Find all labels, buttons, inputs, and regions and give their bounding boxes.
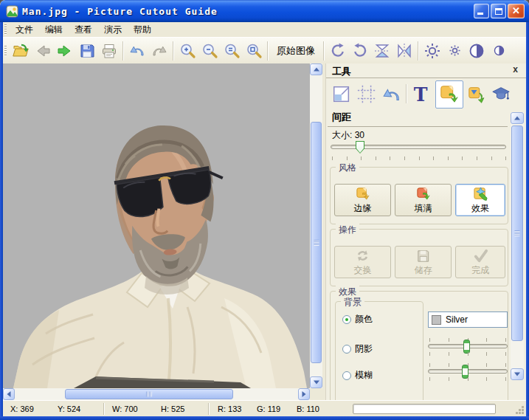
text-tool-button[interactable]: T: [409, 83, 432, 106]
swap-icon: [355, 248, 370, 264]
contrast-button[interactable]: [466, 39, 488, 63]
hscroll-thumb[interactable]: [65, 389, 233, 399]
forward-button[interactable]: [54, 39, 76, 63]
fill-button[interactable]: 填满: [395, 184, 452, 216]
edge-icon: [355, 186, 370, 202]
menu-file[interactable]: 文件: [10, 22, 39, 38]
window-border-bottom: [0, 416, 529, 420]
scroll-up-button[interactable]: [310, 63, 322, 75]
canvas-hscrollbar[interactable]: [3, 388, 310, 400]
brightness-small-icon: [449, 44, 461, 57]
radio-shadow[interactable]: 阴影: [342, 342, 373, 355]
style-group-label: 风格: [336, 162, 359, 174]
toolbar-separator: [122, 41, 124, 61]
color-name: Silver: [446, 314, 468, 325]
background-color-select[interactable]: Silver: [428, 311, 508, 328]
store-button[interactable]: 储存: [395, 246, 452, 278]
flip-vertical-icon: [373, 42, 391, 60]
store-icon: [415, 248, 431, 264]
status-separator: [103, 403, 105, 415]
radio-color[interactable]: 颜色: [342, 313, 373, 326]
menu-view[interactable]: 查看: [69, 22, 98, 38]
window-border-left: [0, 22, 3, 416]
chevron-up-icon: [514, 117, 520, 120]
store-button-label: 储存: [415, 264, 432, 277]
scroll-left-button[interactable]: [3, 388, 15, 400]
cutout-alt-tool-button[interactable]: [466, 83, 488, 106]
effect-button[interactable]: 效果: [455, 184, 505, 216]
toolbar-separator: [323, 41, 325, 61]
size-slider-thumb[interactable]: [356, 141, 364, 154]
close-button[interactable]: ✕: [508, 4, 525, 18]
zoom-actual-button[interactable]: [221, 39, 243, 63]
cutout-tool-button-selected[interactable]: [435, 80, 463, 109]
swap-button[interactable]: 交换: [334, 246, 391, 278]
operation-group: 操作 交换 储存 完成: [330, 229, 508, 286]
toolbar-separator: [267, 41, 269, 61]
save-button[interactable]: [76, 39, 98, 63]
back-button[interactable]: [32, 39, 54, 63]
panel-header: 工具 x: [326, 63, 526, 78]
original-image-button[interactable]: 原始图像: [271, 41, 321, 61]
minimize-button[interactable]: [474, 4, 489, 18]
brightness-small-button[interactable]: [443, 39, 466, 63]
tutorial-button[interactable]: [490, 83, 512, 106]
chevron-down-icon: [314, 381, 319, 385]
zoom-actual-icon: [223, 42, 241, 60]
brightness-icon: [423, 42, 441, 60]
undo-tool-button[interactable]: [381, 83, 403, 106]
undo-button[interactable]: [126, 39, 148, 63]
canvas-vscrollbar[interactable]: [310, 63, 322, 388]
flip-horizontal-button[interactable]: [393, 39, 415, 63]
scroll-down-button[interactable]: [310, 376, 322, 388]
brightness-button[interactable]: [421, 39, 443, 63]
zoom-fit-button[interactable]: [243, 39, 265, 63]
crop-tool-button[interactable]: [356, 83, 378, 106]
title-bar[interactable]: Man.jpg - Picture Cutout Guide ✕: [0, 0, 529, 22]
scroll-right-button[interactable]: [298, 388, 310, 400]
open-button[interactable]: [10, 39, 32, 63]
vscroll-thumb[interactable]: [311, 122, 322, 363]
svg-text:T: T: [414, 84, 428, 105]
flip-vertical-button[interactable]: [371, 39, 393, 63]
size-slider-ticks: [332, 156, 506, 160]
panel-close-button[interactable]: x: [510, 64, 521, 76]
zoom-out-button[interactable]: [198, 39, 221, 63]
redo-button[interactable]: [148, 39, 170, 63]
resize-grip[interactable]: [515, 405, 525, 415]
done-check-icon: [473, 248, 488, 264]
menu-edit[interactable]: 编辑: [39, 22, 69, 38]
chevron-left-icon: [7, 391, 11, 397]
effect-icon: [473, 186, 488, 202]
edge-button[interactable]: 边缘: [334, 184, 391, 216]
panel-scroll-thumb[interactable]: [511, 125, 523, 341]
radio-dot-icon: [342, 371, 351, 380]
effect-button-label: 效果: [471, 202, 489, 215]
menu-grip[interactable]: [4, 24, 7, 35]
undo-blue-icon: [381, 84, 402, 105]
contrast-small-button[interactable]: [488, 39, 510, 63]
panel-scroll-up-button[interactable]: [511, 112, 524, 124]
maximize-button[interactable]: [491, 4, 506, 18]
menu-demo[interactable]: 演示: [98, 22, 128, 38]
menu-help[interactable]: 帮助: [128, 22, 157, 38]
radio-blur[interactable]: 模糊: [342, 369, 373, 382]
panel-scrollbar[interactable]: [511, 112, 524, 380]
app-window: Man.jpg - Picture Cutout Guide ✕ 文件 编辑 查…: [0, 0, 529, 420]
rotate-cw-button[interactable]: [327, 39, 349, 63]
image-canvas[interactable]: [3, 63, 310, 388]
print-button[interactable]: [98, 39, 120, 63]
rotate-ccw-button[interactable]: [349, 39, 371, 63]
status-b: B: 110: [297, 404, 319, 413]
radio-dot-icon: [342, 345, 351, 354]
done-button[interactable]: 完成: [455, 246, 505, 278]
toolbar-grip[interactable]: [4, 46, 7, 56]
menu-bar: 文件 编辑 查看 演示 帮助: [3, 22, 526, 37]
panel-scroll-down-button[interactable]: [511, 368, 524, 380]
print-icon: [100, 42, 118, 60]
resize-tool-button[interactable]: [331, 83, 353, 106]
toolbar-separator: [173, 41, 174, 61]
operation-group-label: 操作: [336, 224, 359, 236]
zoom-in-button[interactable]: [176, 39, 198, 63]
swap-button-label: 交换: [354, 264, 372, 277]
